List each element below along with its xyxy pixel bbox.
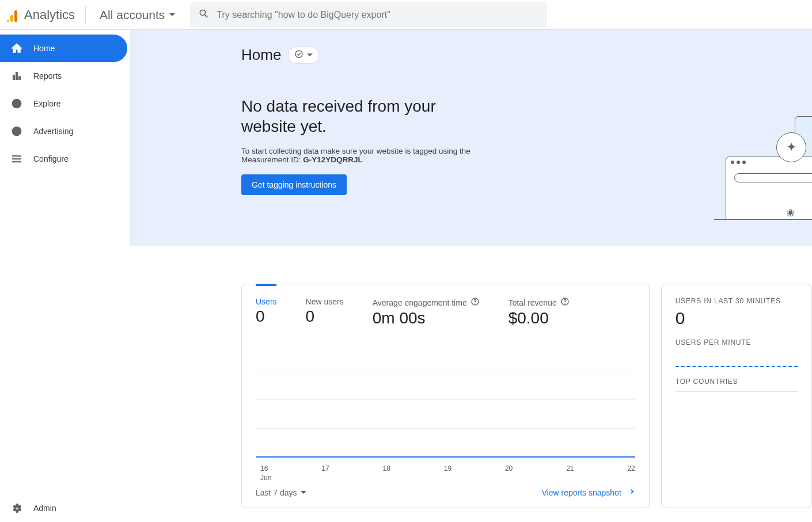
caret-down-icon (307, 54, 313, 56)
date-range-label: Last 7 days (256, 488, 297, 497)
app-name: Analytics (24, 7, 75, 22)
header: Analytics All accounts (0, 0, 812, 30)
divider (676, 391, 798, 392)
svg-rect-1 (16, 72, 17, 79)
account-switcher[interactable]: All accounts (96, 6, 179, 24)
sidebar-item-label: Home (33, 44, 55, 53)
date-range-selector[interactable]: Last 7 days (256, 488, 306, 497)
help-icon[interactable] (470, 297, 480, 308)
chart-x-labels: 16 17 18 19 20 21 22 (260, 464, 635, 473)
metric-avg-engagement[interactable]: Average engagement time 0m 00s (373, 297, 480, 327)
sidebar-item-configure[interactable]: Configure (0, 145, 130, 173)
x-tick: 21 (566, 464, 574, 473)
metric-label: New users (306, 297, 344, 306)
tagging-instructions-button[interactable]: Get tagging instructions (241, 174, 347, 195)
gear-icon (10, 502, 23, 515)
x-tick: 17 (321, 464, 329, 473)
hero-subtext: To start collecting data make sure your … (241, 147, 472, 164)
metric-label: Users (256, 297, 277, 306)
metric-value: 0 (256, 307, 277, 326)
sidebar-item-advertising[interactable]: Advertising (0, 117, 130, 145)
realtime-users-value: 0 (676, 308, 798, 328)
searchbar[interactable] (190, 2, 547, 28)
x-tick: 18 (382, 464, 390, 473)
svg-rect-0 (13, 75, 14, 79)
configure-icon (10, 153, 23, 165)
users-per-minute-label: USERS PER MINUTE (676, 338, 798, 346)
sidebar-item-label: Explore (33, 99, 60, 108)
search-icon (198, 8, 210, 22)
search-input[interactable] (217, 10, 539, 20)
realtime-card: USERS IN LAST 30 MINUTES 0 USERS PER MIN… (661, 284, 812, 508)
sidebar: Home Reports Explore Advertising Configu… (0, 30, 130, 522)
metrics-row: Users 0 New users 0 Average engagement t… (256, 297, 635, 327)
hero-heading: No data received from your website yet. (241, 96, 466, 136)
svg-point-5 (15, 129, 19, 134)
check-circle-icon (294, 49, 303, 61)
link-label: View reports snapshot (542, 488, 621, 497)
sidebar-item-home[interactable]: Home (0, 35, 127, 62)
metric-users[interactable]: Users 0 (256, 297, 277, 327)
metric-label: Total revenue (509, 298, 557, 307)
top-countries-label: TOP COUNTRIES (676, 378, 798, 386)
chart-month-label: Jun (260, 474, 271, 482)
reports-icon (10, 70, 23, 82)
sidebar-item-admin[interactable]: Admin (0, 494, 130, 522)
help-icon[interactable] (560, 297, 570, 308)
x-tick: 22 (627, 464, 635, 473)
page-title: Home (241, 46, 281, 64)
x-tick: 20 (505, 464, 513, 473)
main: Home No data received from your website … (130, 30, 812, 522)
analytics-logo-icon (7, 8, 21, 22)
sidebar-nav: Home Reports Explore Advertising Configu… (0, 35, 130, 173)
caret-down-icon (301, 491, 306, 494)
status-badge-dropdown[interactable] (288, 47, 319, 64)
view-reports-link[interactable]: View reports snapshot (542, 486, 635, 498)
metric-label: Average engagement time (373, 298, 467, 307)
chart-axis-line (256, 456, 635, 458)
svg-point-6 (295, 51, 302, 58)
x-tick: 16 (260, 464, 268, 473)
hero-banner: Home No data received from your website … (130, 30, 812, 246)
home-icon (10, 42, 23, 55)
metric-total-revenue[interactable]: Total revenue $0.00 (509, 297, 570, 327)
caret-down-icon (169, 13, 175, 16)
metric-value: 0m 00s (373, 309, 480, 327)
realtime-users-label: USERS IN LAST 30 MINUTES (676, 297, 798, 305)
explore-icon (10, 97, 23, 110)
measurement-id-value: G-Y12YDQRRJL (303, 155, 363, 164)
metric-value: $0.00 (509, 309, 570, 327)
app-logo[interactable]: Analytics (7, 7, 75, 22)
svg-point-8 (475, 303, 475, 304)
sparkline-placeholder (676, 366, 798, 367)
divider (85, 6, 86, 24)
sidebar-item-label: Reports (33, 71, 62, 81)
advertising-icon (10, 125, 23, 138)
sidebar-footer: Admin (0, 494, 130, 522)
account-label: All accounts (100, 8, 165, 22)
svg-point-10 (564, 303, 565, 304)
x-tick: 19 (444, 464, 451, 473)
overview-card: Users 0 New users 0 Average engagement t… (241, 284, 650, 508)
sidebar-item-label: Admin (33, 504, 56, 513)
sidebar-item-label: Advertising (33, 127, 73, 136)
arrow-right-icon (625, 486, 635, 498)
sidebar-item-reports[interactable]: Reports (0, 62, 130, 90)
sidebar-item-explore[interactable]: Explore (0, 90, 130, 117)
metric-new-users[interactable]: New users 0 (306, 297, 344, 327)
trend-chart: 16 17 18 19 20 21 22 Jun (256, 344, 635, 486)
svg-rect-2 (18, 77, 20, 80)
sidebar-item-label: Configure (33, 154, 69, 163)
metric-value: 0 (306, 307, 344, 326)
hero-illustration: ✦ ❀ (680, 111, 812, 237)
